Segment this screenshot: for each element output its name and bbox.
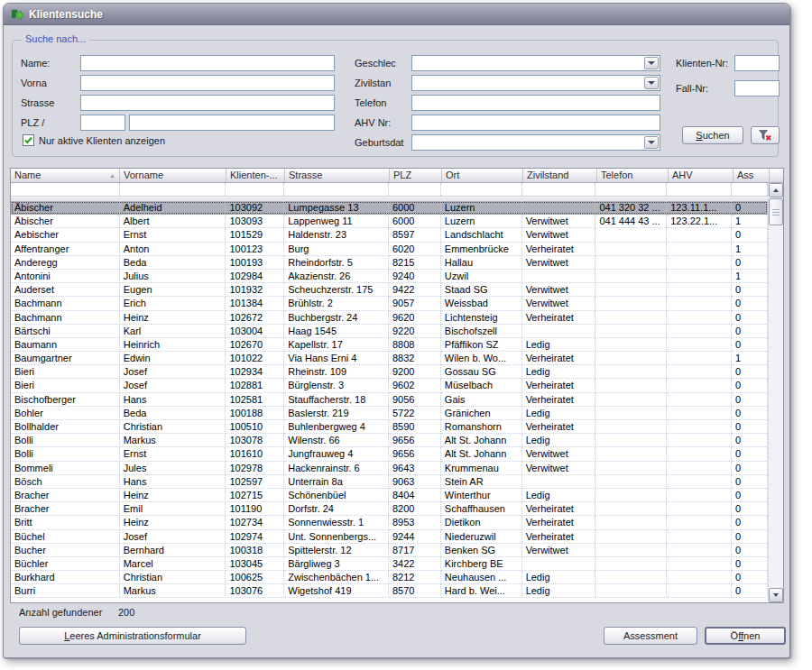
table-cell: Beda bbox=[120, 407, 226, 420]
filter-cell[interactable] bbox=[667, 183, 732, 196]
table-cell: Ernst bbox=[120, 447, 226, 461]
column-header-vorname[interactable]: Vorname bbox=[120, 169, 226, 183]
column-header-ahv[interactable]: AHV bbox=[669, 169, 734, 183]
filter-cell[interactable] bbox=[389, 183, 441, 196]
table-cell: Verheiratet bbox=[522, 379, 596, 392]
column-header-zivilstand[interactable]: Zivilstand bbox=[523, 169, 597, 183]
table-row[interactable]: BolliMarkus103078Wilenstr. 669656Alt St.… bbox=[11, 434, 768, 447]
table-row[interactable]: BucherBernhard100318Spittelerstr. 128717… bbox=[11, 544, 768, 557]
filter-cell[interactable] bbox=[11, 183, 120, 196]
plz-input[interactable] bbox=[80, 115, 125, 131]
table-row[interactable]: BüchlerMarcel103045Bärgliweg 33422Kirchb… bbox=[11, 557, 768, 571]
table-row[interactable]: BurkhardChristian100625Zwischenbächen 1.… bbox=[11, 571, 768, 584]
table-cell bbox=[667, 256, 732, 270]
table-cell: Adelheid bbox=[120, 201, 226, 215]
telefon-input[interactable] bbox=[411, 95, 660, 111]
table-row[interactable]: BachmannHeinz102672Buchbergstr. 249620Li… bbox=[11, 311, 768, 325]
filter-cell[interactable] bbox=[595, 183, 667, 196]
table-row[interactable]: BohlerBeda100188Baslerstr. 2195722Gränic… bbox=[11, 407, 768, 420]
table-row[interactable]: ÄbischerAdelheid103092Lumpegasse 136000L… bbox=[11, 201, 768, 215]
table-cell: 8212 bbox=[389, 571, 441, 584]
table-row[interactable]: BüchelJosef102974Unt. Sonnenbergs...9244… bbox=[11, 530, 768, 544]
chevron-down-icon[interactable] bbox=[644, 136, 659, 149]
zivilstand-combobox[interactable] bbox=[411, 75, 660, 91]
empty-admin-form-button[interactable]: Leeres Administrationsformular bbox=[19, 627, 246, 645]
table-cell: Verheiratet bbox=[522, 393, 596, 407]
table-row[interactable]: AndereggBeda100193Rheindorfstr. 58215Hal… bbox=[11, 256, 768, 270]
table-row[interactable]: BärtschiKarl103004Haag 15459220Bischofsz… bbox=[11, 325, 768, 338]
title-bar[interactable]: Klientensuche bbox=[4, 4, 789, 25]
table-row[interactable]: BieriJosef102881Bürglenstr. 39602Müselba… bbox=[11, 379, 768, 392]
column-header-strasse[interactable]: Strasse bbox=[285, 169, 390, 183]
chevron-down-icon[interactable] bbox=[644, 77, 659, 89]
table-cell: 1 bbox=[732, 270, 768, 283]
vertical-scrollbar[interactable] bbox=[768, 183, 783, 602]
assessment-button[interactable]: Assessment bbox=[604, 627, 697, 645]
table-cell: 8404 bbox=[389, 489, 441, 502]
table-cell: Gossau SG bbox=[441, 365, 522, 379]
geschlecht-combobox[interactable] bbox=[411, 55, 660, 71]
table-cell: Edwin bbox=[120, 352, 226, 365]
table-cell: Bracher bbox=[11, 489, 120, 502]
active-only-checkbox[interactable] bbox=[23, 134, 34, 146]
filter-cell[interactable] bbox=[441, 183, 522, 196]
suchen-button[interactable]: Suchen bbox=[682, 126, 743, 144]
scroll-up-button[interactable] bbox=[769, 183, 783, 197]
column-header-klienten-[interactable]: Klienten-... bbox=[226, 169, 285, 183]
klienten-nr-input[interactable] bbox=[734, 55, 780, 71]
table-row[interactable]: BolliErnst101610Jungfrauweg 49656Alt St.… bbox=[11, 447, 768, 461]
table-row[interactable]: ÄbischerAlbert103093Lappenweg 116000Luze… bbox=[11, 215, 768, 228]
table-row[interactable]: BrittHeinz102734Sonnenwiesstr. 18953Diet… bbox=[11, 516, 768, 529]
table-row[interactable]: BachmannErich101384Brühlstr. 29057Weissb… bbox=[11, 297, 768, 310]
table-cell: Spittelerstr. 12 bbox=[284, 544, 389, 557]
filter-cell[interactable] bbox=[732, 183, 768, 196]
vorname-input[interactable] bbox=[80, 75, 335, 91]
table-row[interactable]: AntoniniJulius102984Akazienstr. 269240Uz… bbox=[11, 270, 768, 283]
oeffnen-button[interactable]: Öffnen bbox=[705, 627, 786, 645]
filter-cell[interactable] bbox=[120, 183, 226, 196]
table-row[interactable]: BaumannHeinrich102670Kapellstr. 178808Pf… bbox=[11, 338, 768, 352]
table-cell: 8590 bbox=[389, 420, 441, 434]
scroll-down-button[interactable] bbox=[769, 588, 783, 602]
table-row[interactable]: BischofbergerHans102581Stauffacherstr. 1… bbox=[11, 393, 768, 407]
table-cell: Haag 1545 bbox=[284, 325, 389, 338]
column-header-plz[interactable]: PLZ bbox=[390, 169, 442, 183]
table-row[interactable]: BollhalderChristian100510Buhlenbergweg 4… bbox=[11, 420, 768, 434]
strasse-input[interactable] bbox=[80, 95, 335, 111]
filter-cell[interactable] bbox=[284, 183, 389, 196]
table-row[interactable]: BracherEmil101190Dorfstr. 248200Schaffha… bbox=[11, 502, 768, 516]
table-cell bbox=[522, 325, 596, 338]
ahv-input[interactable] bbox=[411, 115, 660, 131]
table-row[interactable]: BöschHans102597Unterrain 8a9063Stein AR0 bbox=[11, 475, 768, 489]
table-row[interactable]: AffentrangerAnton100123Burg6020Emmenbrüc… bbox=[11, 243, 768, 256]
table-row[interactable]: BieriJosef102934Rheinstr. 1099200Gossau … bbox=[11, 365, 768, 379]
table-cell: 9056 bbox=[389, 393, 441, 407]
table-cell: Bommeli bbox=[11, 462, 120, 475]
clear-filter-button[interactable] bbox=[751, 126, 780, 144]
column-header-ort[interactable]: Ort bbox=[442, 169, 523, 183]
scrollbar-thumb[interactable] bbox=[769, 198, 783, 225]
arrow-down-icon bbox=[773, 593, 779, 597]
table-row[interactable]: BracherHeinz102715Schönenbüel8404Wintert… bbox=[11, 489, 768, 502]
table-cell: 100188 bbox=[226, 407, 284, 420]
chevron-down-icon[interactable] bbox=[644, 57, 659, 69]
ort-input[interactable] bbox=[129, 115, 335, 131]
table-row[interactable]: AebischerErnst101529Haldenstr. 238597Lan… bbox=[11, 228, 768, 242]
table-row[interactable]: AudersetEugen101932Scheuchzerstr. 175942… bbox=[11, 283, 768, 297]
column-header-name[interactable]: Name▲ bbox=[11, 169, 120, 183]
geburtsdatum-combobox[interactable] bbox=[411, 134, 660, 151]
column-header-ass[interactable]: Ass bbox=[734, 169, 770, 183]
table-row[interactable]: BaumgartnerEdwin101022Via Hans Erni 4883… bbox=[11, 352, 768, 365]
filter-cell[interactable] bbox=[522, 183, 596, 196]
table-cell bbox=[667, 420, 732, 434]
table-cell: 0 bbox=[732, 325, 768, 338]
name-input[interactable] bbox=[80, 55, 335, 71]
fall-nr-input[interactable] bbox=[734, 80, 780, 96]
table-row[interactable]: BurriMarkus103076Wigetshof 4198570Hard b… bbox=[11, 584, 768, 598]
table-cell: Verheiratet bbox=[522, 530, 596, 544]
column-header-telefon[interactable]: Telefon bbox=[597, 169, 669, 183]
table-row[interactable]: BommeliJules102978Hackenrainstr. 69643Kr… bbox=[11, 462, 768, 475]
filter-cell[interactable] bbox=[226, 183, 284, 196]
table-cell bbox=[522, 557, 596, 571]
table-cell: Emmenbrücke bbox=[441, 243, 522, 256]
